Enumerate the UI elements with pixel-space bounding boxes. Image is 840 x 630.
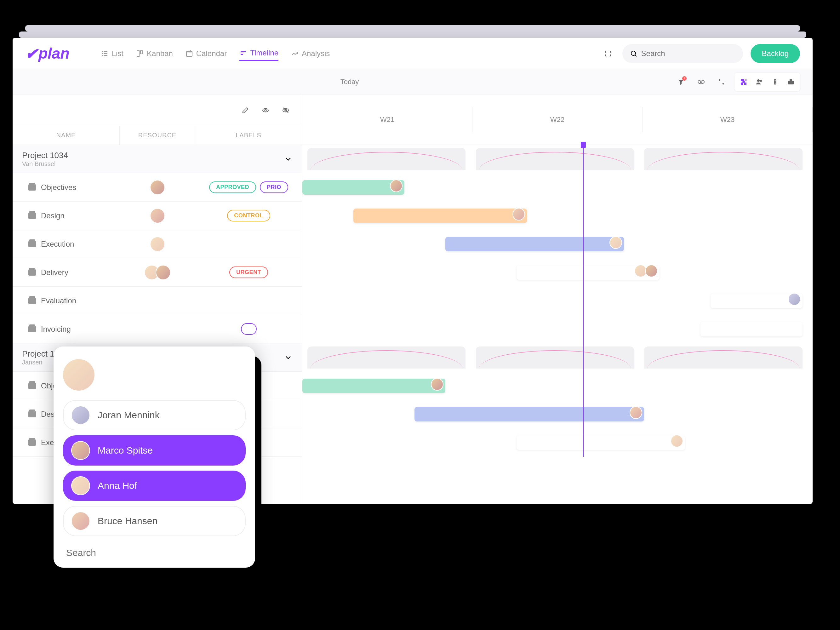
svg-line-16 <box>635 55 636 56</box>
avatar[interactable] <box>150 208 165 223</box>
project-name: Project 1034 <box>22 151 68 160</box>
label-urgent[interactable]: URGENT <box>229 267 268 278</box>
task-row[interactable]: Delivery URGENT <box>13 258 302 287</box>
avatar[interactable] <box>150 237 165 252</box>
tab-timeline[interactable]: Timeline <box>239 46 278 61</box>
task-name: Invoicing <box>41 325 71 333</box>
filter-button[interactable]: 1 <box>674 75 688 89</box>
avatar[interactable] <box>150 180 165 195</box>
logo: ✔plan <box>25 45 69 62</box>
briefcase-button[interactable] <box>783 74 799 90</box>
gantt-bar[interactable] <box>414 407 644 422</box>
search-box[interactable] <box>622 44 743 63</box>
selected-avatar <box>63 359 95 391</box>
picker-item[interactable]: Bruce Hansen <box>63 506 246 536</box>
eye-icon <box>262 107 269 114</box>
tab-timeline-label: Timeline <box>250 49 278 57</box>
task-icon <box>28 439 36 446</box>
settings-button[interactable] <box>714 75 728 89</box>
fullscreen-button[interactable] <box>601 47 615 60</box>
show-button[interactable] <box>259 103 272 117</box>
avatar <box>71 406 90 425</box>
gantt-bar[interactable] <box>711 294 802 308</box>
today-label[interactable]: Today <box>341 78 359 86</box>
project-header[interactable]: Project 1034 Van Brussel <box>13 145 302 173</box>
gantt-row <box>302 287 813 315</box>
task-row[interactable]: Execution <box>13 230 302 258</box>
puzzle-button[interactable] <box>736 74 752 90</box>
avatar-stack[interactable] <box>144 265 171 280</box>
capacity-wave <box>644 148 802 170</box>
task-row[interactable]: Evaluation <box>13 287 302 315</box>
pencil-icon <box>242 107 249 114</box>
task-icon <box>28 326 36 332</box>
task-icon <box>28 298 36 304</box>
hide-button[interactable] <box>279 103 293 117</box>
gantt-bar[interactable] <box>445 237 624 251</box>
col-name: NAME <box>13 126 120 145</box>
gantt-chart[interactable]: W21 W22 W23 <box>302 95 813 504</box>
gantt-row <box>302 202 813 230</box>
capacity-wave <box>307 346 466 369</box>
task-row[interactable]: Objectives APPROVEDPRIO <box>13 173 302 202</box>
visibility-button[interactable] <box>694 75 708 89</box>
timeline-icon <box>239 49 247 57</box>
picker-item[interactable]: Joran Mennink <box>63 400 246 430</box>
gantt-bar[interactable] <box>701 322 802 336</box>
svg-rect-7 <box>141 51 143 54</box>
label-control[interactable]: CONTROL <box>227 210 270 221</box>
picker-item[interactable]: Marco Spitse <box>63 435 246 466</box>
view-tabs: List Kanban Calendar Timeline Analysis <box>101 46 330 61</box>
avatar <box>671 435 683 447</box>
gantt-bar[interactable] <box>354 208 527 223</box>
edit-button[interactable] <box>238 103 252 117</box>
resource-picker-popup: Joran Mennink Marco Spitse Anna Hof Bruc… <box>54 346 255 568</box>
track-button[interactable] <box>767 74 783 90</box>
gantt-row <box>302 315 813 343</box>
tab-kanban[interactable]: Kanban <box>136 46 173 61</box>
label-approved[interactable]: APPROVED <box>209 182 256 193</box>
backlog-button[interactable]: Backlog <box>750 44 800 63</box>
search-input[interactable] <box>641 49 736 58</box>
svg-point-24 <box>775 83 776 84</box>
task-row[interactable]: Invoicing <box>13 315 302 343</box>
kanban-icon <box>136 50 144 57</box>
puzzle-icon <box>740 78 747 86</box>
picker-search-input[interactable] <box>63 541 246 558</box>
svg-rect-25 <box>788 81 794 84</box>
today-marker <box>581 142 586 148</box>
panel-actions <box>13 95 302 126</box>
capacity-wave <box>307 148 466 170</box>
tab-kanban-label: Kanban <box>147 49 173 58</box>
gantt-bar[interactable] <box>302 379 445 393</box>
svg-point-4 <box>102 53 103 54</box>
avatar <box>630 406 642 419</box>
gantt-row <box>302 230 813 258</box>
tab-list-label: List <box>112 49 123 58</box>
column-headers: NAME RESOURCE LABELS <box>13 126 302 145</box>
people-button[interactable] <box>752 74 767 90</box>
gantt-bar[interactable] <box>516 265 660 280</box>
col-resource: RESOURCE <box>120 126 195 145</box>
avatar <box>788 293 801 306</box>
task-row[interactable]: Design CONTROL <box>13 202 302 230</box>
svg-point-15 <box>631 51 636 55</box>
gantt-bar[interactable] <box>302 180 404 195</box>
task-icon <box>28 411 36 417</box>
tab-analysis[interactable]: Analysis <box>291 46 330 61</box>
label-pill[interactable] <box>241 323 257 335</box>
capacity-wave <box>476 148 634 170</box>
gantt-row <box>302 258 813 287</box>
tab-calendar-label: Calendar <box>196 49 227 58</box>
tab-calendar[interactable]: Calendar <box>186 46 227 61</box>
chevron-down-icon <box>284 353 293 362</box>
label-prio[interactable]: PRIO <box>260 182 288 193</box>
task-icon <box>28 383 36 389</box>
search-icon <box>630 50 638 57</box>
tab-list[interactable]: List <box>101 46 123 61</box>
avatar <box>390 180 403 192</box>
gantt-bar[interactable] <box>516 435 685 450</box>
picker-name: Marco Spitse <box>98 445 153 456</box>
picker-item[interactable]: Anna Hof <box>63 471 246 501</box>
logo-check-icon: ✔ <box>25 45 38 62</box>
